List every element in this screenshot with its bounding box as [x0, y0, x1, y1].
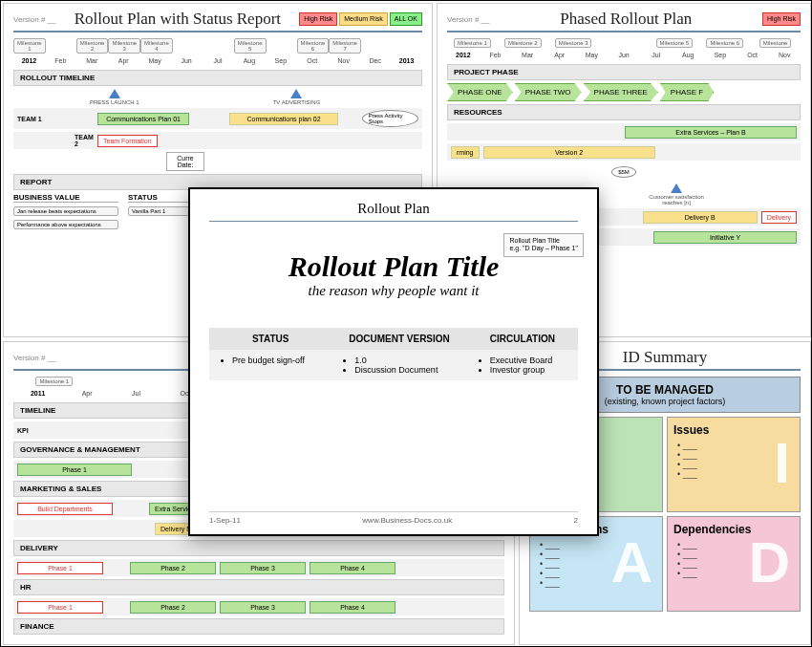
bar-delivery-b: Delivery B: [643, 211, 758, 224]
letter-i: I: [774, 435, 790, 492]
bar-p1: Phase 1: [17, 562, 103, 574]
section-finance: FINANCE: [13, 618, 504, 635]
risk-medium: Medium Risk: [339, 12, 387, 26]
timeline-axis: 2012 Feb Mar Apr May Jun Jul Aug Sep Oct…: [447, 52, 801, 58]
phase-chevron: PHASE TWO: [515, 83, 582, 101]
footer-page: 2: [574, 516, 578, 525]
col-business-value: BUSINESS VALUE Jan release beats expecta…: [13, 193, 118, 229]
team2-row: TEAM 2 Team Formation: [13, 132, 422, 149]
tv-ad-marker: TV ADVERTISING: [273, 89, 321, 105]
center-slide: Rollout Plan Rollout Plan Title e.g. "D …: [188, 187, 599, 536]
press-launch-marker: PRESS LAUNCH 1: [90, 89, 139, 105]
th-docversion: DOCUMENT VERSION: [331, 328, 466, 350]
panel-title: Rollout Plan with Status Report: [75, 10, 281, 29]
section-resources: RESOURCES: [447, 104, 801, 120]
bar-p3: Phase 3: [220, 601, 306, 614]
section-hr: HR: [13, 579, 504, 595]
phase-chevron: PHASE THREE: [584, 83, 658, 101]
td-status: Pre budget sign-off: [209, 350, 331, 380]
bar-p4: Phase 4: [310, 601, 395, 614]
milestone: Milestone 6: [297, 38, 330, 54]
letter-a: A: [611, 534, 652, 592]
milestone: Milestone 7: [329, 38, 361, 54]
slide-subtitle: the reason why people want it: [209, 283, 578, 299]
bar-comm2: Communications plan 02: [229, 113, 337, 125]
hr-row: Phase 1 Phase 2 Phase 3 Phase 4: [13, 598, 504, 615]
bv-item: Jan release beats expectations: [13, 206, 118, 216]
risk-high: High Risk: [762, 12, 801, 26]
current-date-marker: Curre Date:: [166, 152, 204, 171]
milestone-row: Milestone 1 Milestone 2 Milestone 3 Mile…: [447, 38, 801, 48]
bar-initiative-y: Initiative Y: [653, 231, 797, 244]
td-docversion: 1.0Discussion Document: [331, 350, 466, 380]
year: 2013: [391, 57, 422, 64]
panel-title: ID Summary: [623, 348, 707, 367]
risk-high: High Risk: [299, 12, 337, 26]
bar-p1: Phase 1: [17, 601, 103, 614]
milestone: Milestone 4: [140, 38, 173, 54]
raid-issues-cell: Issues I: [667, 417, 801, 512]
delivery-row: Phase 1 Phase 2 Phase 3 Phase 4: [13, 559, 504, 576]
budget-marker: $5M: [611, 166, 636, 178]
triangle-icon: [290, 89, 302, 98]
cust-sat-marker: Customer satisfaction reaches [n]: [638, 183, 715, 205]
bar-p4: Phase 4: [310, 562, 395, 574]
col-status: STATUS Vanilla Part 1: [128, 193, 195, 220]
milestone-row: Milestone 1 Milestone 2 Milestone 3 Mile…: [13, 38, 422, 54]
header: Version # __ Rollout Plan with Status Re…: [13, 10, 422, 32]
slide-footer: 1-Sep-11 www.Business-Docs.co.uk 2: [209, 511, 578, 525]
milestone: Milestone 3: [108, 38, 140, 54]
milestone: Milestone 1: [13, 38, 46, 54]
letter-d: D: [749, 534, 790, 592]
status-item: Vanilla Part 1: [128, 206, 195, 216]
version-label: Version # __: [447, 15, 489, 24]
th-status: STATUS: [209, 328, 331, 350]
resource-row: rming Version 2: [447, 143, 801, 161]
bar-phase1: Phase 1: [17, 464, 132, 476]
risk-legend: High Risk Medium Risk ALL OK: [299, 12, 422, 26]
section-rollout-timeline: ROLLOUT TIMELINE: [13, 70, 422, 86]
press-activity-stops: Press Activity Stops: [362, 110, 418, 127]
bar-build: Build Departments: [17, 503, 113, 515]
section-delivery: DELIVERY: [13, 540, 504, 556]
milestone: Milestone 2: [76, 38, 109, 54]
milestone: Milestone 5: [234, 38, 267, 54]
version-label: Version # __: [13, 15, 55, 24]
phase-chevron: PHASE ONE: [447, 83, 513, 101]
timeline-axis: 2012 Feb Mar Apr May Jun Jul Aug Sep Oct…: [13, 57, 422, 64]
bar-p2: Phase 2: [130, 601, 216, 614]
th-circulation: CIRCULATION: [467, 328, 578, 350]
raid-dependencies-cell: Dependencies D: [667, 516, 801, 612]
risk-legend: High Risk: [762, 12, 801, 26]
header: Version # __ Phased Rollout Plan High Ri…: [447, 10, 801, 32]
markers-row: $5M: [447, 166, 801, 178]
phase-row: PHASE ONE PHASE TWO PHASE THREE PHASE F: [447, 83, 801, 101]
footer-date: 1-Sep-11: [209, 516, 241, 525]
section-project-phase: PROJECT PHASE: [447, 64, 801, 80]
version-label: Version # __: [13, 354, 55, 362]
risk-ok: ALL OK: [390, 12, 422, 26]
row-label: TEAM 1: [17, 116, 94, 122]
slide-header: Rollout Plan: [209, 201, 578, 222]
bar-rming: rming: [451, 146, 480, 159]
bar-ver2: Version 2: [483, 146, 655, 159]
year: 2012: [13, 57, 45, 64]
panel-title: Phased Rollout Plan: [560, 10, 692, 29]
bar-comm1: Communications Plan 01: [97, 113, 189, 125]
bar-extra: Extra Services – Plan B: [625, 126, 797, 139]
resource-row: Extra Services – Plan B: [447, 123, 801, 140]
status-table: STATUS DOCUMENT VERSION CIRCULATION Pre …: [209, 328, 578, 380]
row-label: TEAM 2: [17, 134, 94, 147]
bar-team-formation: Team Formation: [97, 135, 158, 147]
triangle-icon: [671, 183, 682, 193]
bar-delivery: Delivery: [761, 211, 797, 224]
phase-chevron: PHASE F: [660, 83, 714, 101]
footer-url: www.Business-Docs.co.uk: [362, 516, 452, 525]
triangle-icon: [109, 89, 120, 98]
title-callout: Rollout Plan Title e.g. "D Day – Phase 1…: [503, 233, 584, 257]
td-circulation: Executive BoardInvestor group: [467, 350, 578, 380]
bv-item: Performance above expectations: [13, 220, 118, 229]
bar-p2: Phase 2: [130, 562, 216, 574]
bar-p3: Phase 3: [220, 562, 306, 574]
team1-row: TEAM 1 Communications Plan 01 Communicat…: [13, 108, 422, 129]
